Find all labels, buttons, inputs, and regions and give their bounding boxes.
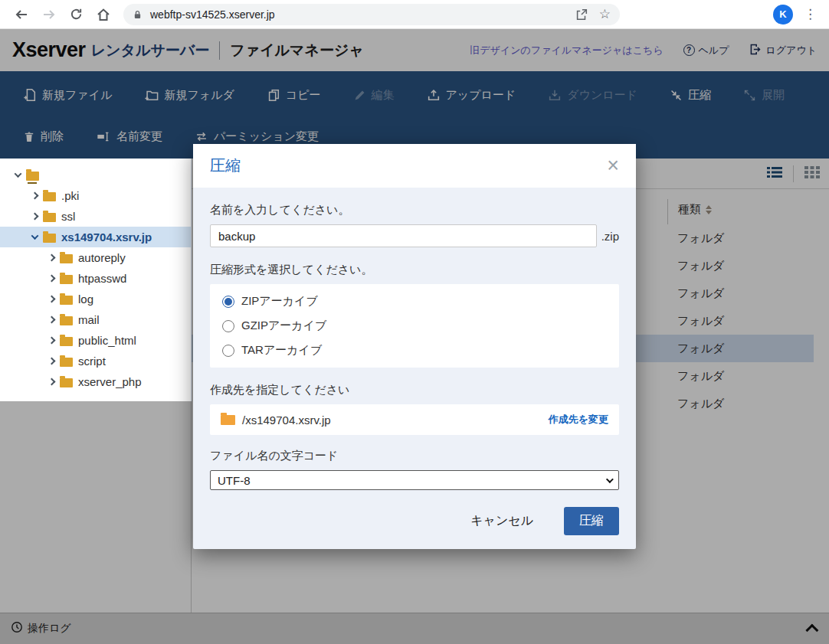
tree-item-root[interactable]: [0, 165, 191, 185]
chevron-right-icon[interactable]: [48, 316, 56, 324]
compress-submit-button[interactable]: 圧縮: [564, 507, 619, 535]
folder-icon: [60, 296, 73, 305]
lock-icon: [133, 9, 143, 20]
radio-button-icon: [222, 320, 234, 332]
folder-icon: [43, 192, 56, 201]
folder-icon: [60, 254, 73, 263]
tree-item-log[interactable]: log: [0, 289, 191, 309]
destination-folder-icon: [221, 415, 235, 425]
browser-menu-icon[interactable]: ⋮: [804, 6, 817, 22]
tree-item-public-html[interactable]: public_html: [0, 330, 191, 351]
format-label: 圧縮形式を選択してください。: [210, 263, 619, 277]
share-icon[interactable]: [575, 8, 588, 21]
radio-gzip[interactable]: GZIPアーカイブ: [222, 319, 607, 333]
tree-item-ssl[interactable]: ssl: [0, 206, 191, 227]
radio-zip[interactable]: ZIPアーカイブ: [222, 294, 607, 309]
tree-item-xs149704[interactable]: xs149704.xsrv.jp: [0, 227, 191, 247]
chevron-right-icon[interactable]: [48, 358, 56, 365]
charset-select[interactable]: UTF-8: [210, 470, 619, 490]
cancel-button[interactable]: キャンセル: [470, 513, 533, 529]
home-icon[interactable]: [96, 7, 111, 22]
chevron-right-icon[interactable]: [31, 192, 39, 200]
close-icon[interactable]: ×: [607, 155, 619, 176]
dialog-title: 圧縮: [210, 155, 241, 176]
screen: webftp-sv14525.xserver.jp ☆ K ⋮ Xserver …: [0, 0, 829, 644]
archive-extension: .zip: [601, 230, 619, 243]
refresh-icon[interactable]: [69, 7, 84, 21]
dialog-header: 圧縮 ×: [193, 144, 636, 188]
charset-label: ファイル名の文字コード: [210, 449, 619, 463]
folder-icon: [60, 378, 73, 387]
change-destination-link[interactable]: 作成先を変更: [549, 413, 608, 427]
folder-icon: [60, 316, 73, 325]
destination-box: /xs149704.xsrv.jp 作成先を変更: [210, 404, 619, 435]
forward-icon[interactable]: [41, 7, 57, 22]
avatar[interactable]: K: [773, 5, 793, 25]
browser-chrome: webftp-sv14525.xserver.jp ☆ K ⋮: [0, 0, 829, 29]
compress-dialog: 圧縮 × 名前を入力してください。 .zip 圧縮形式を選択してください。 ZI…: [193, 144, 636, 549]
chevron-right-icon[interactable]: [48, 337, 56, 345]
directory-tree: .pki ssl xs149704.xsrv.jp autoreply htpa: [0, 159, 192, 401]
chevron-down-icon[interactable]: [31, 232, 39, 240]
destination-path: /xs149704.xsrv.jp: [242, 414, 331, 427]
chevron-right-icon[interactable]: [48, 254, 56, 262]
url-bar[interactable]: webftp-sv14525.xserver.jp ☆: [123, 4, 620, 25]
chevron-down-icon[interactable]: [15, 170, 22, 178]
tree-item-xserver-php[interactable]: xserver_php: [0, 371, 191, 392]
name-label: 名前を入力してください。: [210, 203, 619, 217]
radio-button-icon: [222, 296, 234, 308]
format-options: ZIPアーカイブ GZIPアーカイブ TARアーカイブ: [210, 284, 619, 368]
tree-item-mail[interactable]: mail: [0, 309, 191, 330]
folder-icon: [60, 275, 73, 284]
radio-tar[interactable]: TARアーカイブ: [222, 343, 607, 358]
tree-item-htpasswd[interactable]: htpasswd: [0, 268, 191, 289]
bookmark-star-icon[interactable]: ☆: [599, 6, 611, 22]
chevron-right-icon[interactable]: [31, 213, 39, 221]
url-text: webftp-sv14525.xserver.jp: [150, 8, 567, 21]
destination-label: 作成先を指定してください: [210, 383, 619, 397]
tree-item-autoreply[interactable]: autoreply: [0, 247, 191, 268]
folder-icon: [60, 337, 73, 346]
archive-name-input[interactable]: [210, 224, 597, 247]
chevron-right-icon[interactable]: [48, 296, 56, 303]
tree-item-script[interactable]: script: [0, 351, 191, 371]
root-folder-icon: [26, 172, 39, 181]
charset-value: UTF-8: [218, 474, 251, 487]
radio-button-icon: [222, 345, 234, 357]
select-chevron-icon: [606, 476, 614, 483]
folder-icon: [60, 358, 73, 367]
tree-item-pki[interactable]: .pki: [0, 185, 191, 206]
folder-icon: [43, 213, 56, 222]
back-icon[interactable]: [14, 7, 29, 22]
open-folder-icon: [43, 234, 56, 243]
app: Xserver レンタルサーバー ファイルマネージャ 旧デザインのファイルマネー…: [0, 29, 829, 644]
chevron-right-icon[interactable]: [48, 275, 56, 283]
chevron-right-icon[interactable]: [48, 378, 56, 386]
